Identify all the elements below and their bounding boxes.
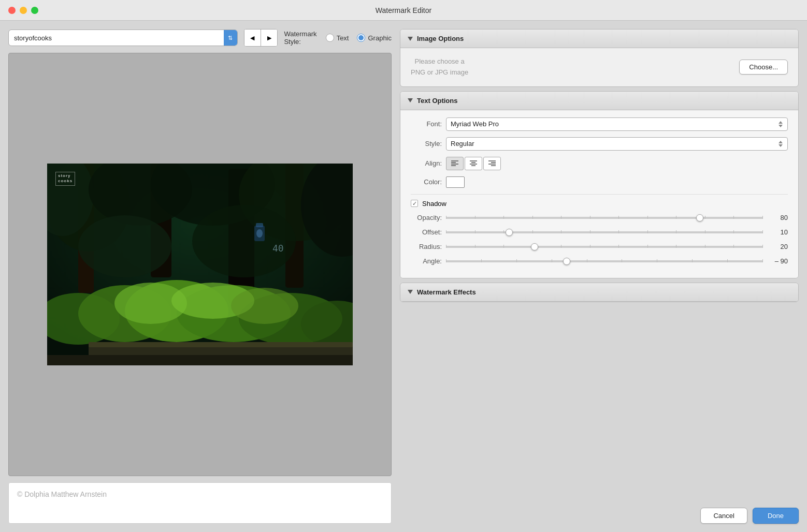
image-placeholder-text: Please choose aPNG or JPG image bbox=[411, 56, 468, 78]
watermark-style-label: Watermark Style: bbox=[284, 30, 321, 46]
font-row: Font: Myriad Web Pro bbox=[411, 117, 788, 131]
svg-rect-14 bbox=[256, 223, 263, 227]
image-options-panel: Image Options Please choose aPNG or JPG … bbox=[400, 29, 799, 87]
radius-label: Radius: bbox=[411, 243, 442, 250]
watermark-effects-toggle-icon[interactable] bbox=[408, 290, 413, 294]
offset-row: Offset: 10 bbox=[411, 227, 788, 238]
image-options-toggle-icon[interactable] bbox=[408, 37, 413, 41]
shadow-header: Shadow bbox=[411, 200, 788, 208]
align-right-button[interactable] bbox=[483, 157, 501, 170]
offset-thumb[interactable] bbox=[506, 229, 513, 236]
angle-value: – 90 bbox=[767, 257, 788, 265]
style-row: Style: Regular bbox=[411, 137, 788, 151]
done-button[interactable]: Done bbox=[753, 508, 799, 524]
image-options-body: Please choose aPNG or JPG image Choose..… bbox=[400, 48, 798, 86]
opacity-value: 80 bbox=[767, 214, 788, 221]
radio-graphic[interactable]: Graphic bbox=[357, 34, 392, 42]
radio-text[interactable]: Text bbox=[326, 34, 349, 42]
offset-value: 10 bbox=[767, 228, 788, 236]
align-left-button[interactable] bbox=[446, 157, 464, 170]
font-label: Font: bbox=[411, 120, 442, 128]
opacity-track bbox=[446, 217, 763, 219]
svg-point-25 bbox=[231, 288, 298, 324]
radius-value: 20 bbox=[767, 243, 788, 250]
text-options-header: Text Options bbox=[400, 92, 798, 110]
radio-graphic-label: Graphic bbox=[368, 34, 392, 42]
style-select[interactable]: Regular bbox=[446, 137, 788, 151]
caption-text: © Dolphia Matthew Arnstein bbox=[17, 490, 107, 498]
maximize-button[interactable] bbox=[31, 7, 38, 14]
svg-text:40: 40 bbox=[272, 243, 284, 254]
watermark-style-control: Watermark Style: Text Graphic bbox=[284, 30, 392, 46]
svg-point-12 bbox=[192, 205, 296, 277]
angle-row: Angle: – 90 bbox=[411, 256, 788, 267]
file-dropdown[interactable]: storyofcooks ⇅ bbox=[8, 29, 238, 46]
garden-image: 40 bbox=[47, 164, 353, 365]
radio-group: Text Graphic bbox=[326, 34, 392, 42]
right-panel: Image Options Please choose aPNG or JPG … bbox=[400, 29, 799, 524]
close-button[interactable] bbox=[8, 7, 16, 14]
angle-track bbox=[446, 260, 763, 262]
dropdown-arrow-icon[interactable]: ⇅ bbox=[224, 30, 237, 46]
color-swatch[interactable] bbox=[446, 176, 465, 188]
minimize-button[interactable] bbox=[20, 7, 27, 14]
main-container: storyofcooks ⇅ ◀ ▶ Watermark Style: Text… bbox=[0, 21, 807, 532]
svg-rect-27 bbox=[89, 342, 353, 347]
opacity-slider[interactable] bbox=[446, 213, 763, 223]
offset-slider[interactable] bbox=[446, 227, 763, 238]
bottom-buttons: Cancel Done bbox=[400, 501, 799, 524]
radio-text-circle bbox=[326, 34, 334, 42]
svg-point-15 bbox=[256, 229, 263, 238]
offset-label: Offset: bbox=[411, 228, 442, 236]
align-right-icon bbox=[488, 160, 496, 167]
radio-graphic-circle bbox=[357, 34, 365, 42]
watermark-effects-title: Watermark Effects bbox=[417, 288, 476, 296]
radius-thumb[interactable] bbox=[531, 243, 538, 250]
radius-slider[interactable] bbox=[446, 242, 763, 252]
align-row: Align: bbox=[411, 157, 788, 170]
text-options-toggle-icon[interactable] bbox=[408, 98, 413, 102]
image-preview: 40 bbox=[8, 53, 392, 476]
shadow-checkbox[interactable] bbox=[411, 200, 418, 207]
choose-button[interactable]: Choose... bbox=[739, 60, 788, 75]
shadow-section: Shadow Opacity: bbox=[411, 194, 788, 267]
radio-text-label: Text bbox=[337, 34, 349, 42]
opacity-row: Opacity: 80 bbox=[411, 213, 788, 223]
angle-slider[interactable] bbox=[446, 256, 763, 267]
photo-frame: 40 bbox=[47, 164, 353, 365]
nav-next-button[interactable]: ▶ bbox=[261, 29, 278, 46]
offset-track bbox=[446, 231, 763, 233]
align-center-button[interactable] bbox=[465, 157, 482, 170]
window-controls bbox=[8, 7, 38, 14]
font-select[interactable]: Myriad Web Pro bbox=[446, 117, 788, 131]
radius-ticks bbox=[446, 246, 763, 248]
svg-point-11 bbox=[78, 215, 171, 277]
window-title: Watermark Editor bbox=[376, 6, 431, 14]
angle-thumb[interactable] bbox=[563, 258, 570, 265]
image-options-header: Image Options bbox=[400, 29, 798, 48]
cancel-button[interactable]: Cancel bbox=[700, 508, 747, 524]
radius-track bbox=[446, 246, 763, 248]
dropdown-value: storyofcooks bbox=[9, 34, 224, 42]
shadow-label: Shadow bbox=[422, 200, 446, 208]
left-panel: storyofcooks ⇅ ◀ ▶ Watermark Style: Text… bbox=[8, 29, 392, 524]
align-buttons bbox=[446, 157, 501, 170]
nav-buttons: ◀ ▶ bbox=[244, 29, 278, 47]
color-row: Color: bbox=[411, 176, 788, 188]
angle-label: Angle: bbox=[411, 257, 442, 265]
align-label: Align: bbox=[411, 159, 442, 167]
radius-row: Radius: 20 bbox=[411, 242, 788, 252]
opacity-thumb[interactable] bbox=[696, 214, 703, 221]
style-label: Style: bbox=[411, 140, 442, 147]
text-options-body: Font: Myriad Web Pro Style: Regular Alig… bbox=[400, 110, 798, 278]
offset-ticks bbox=[446, 231, 763, 233]
nav-prev-button[interactable]: ◀ bbox=[244, 29, 261, 46]
title-bar: Watermark Editor bbox=[0, 0, 807, 21]
align-left-icon bbox=[451, 160, 459, 167]
svg-rect-28 bbox=[47, 355, 353, 365]
watermark-logo: story cooks bbox=[55, 172, 75, 186]
watermark-effects-panel: Watermark Effects bbox=[400, 283, 799, 302]
text-options-title: Text Options bbox=[417, 97, 457, 105]
opacity-ticks bbox=[446, 217, 763, 219]
angle-ticks bbox=[446, 260, 763, 262]
